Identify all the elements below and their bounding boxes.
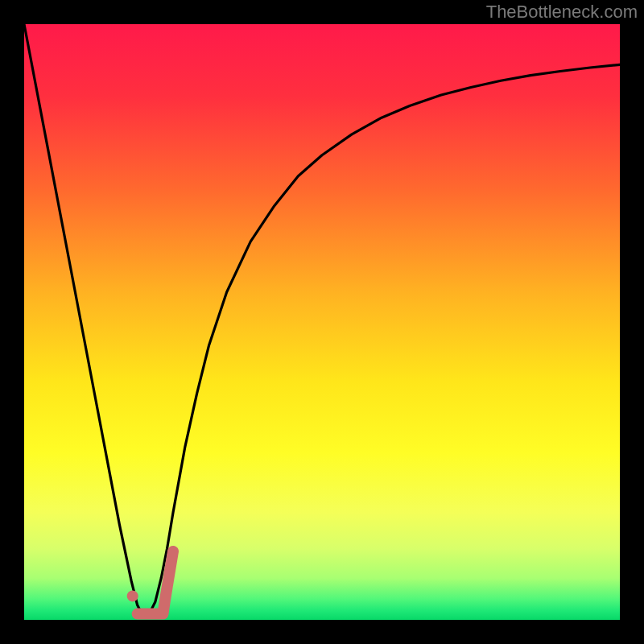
chart-frame: TheBottleneck.com <box>0 0 644 644</box>
optimal-point <box>127 590 138 601</box>
attribution-watermark: TheBottleneck.com <box>486 2 638 23</box>
chart-svg <box>0 0 644 644</box>
gradient-background <box>24 24 620 620</box>
